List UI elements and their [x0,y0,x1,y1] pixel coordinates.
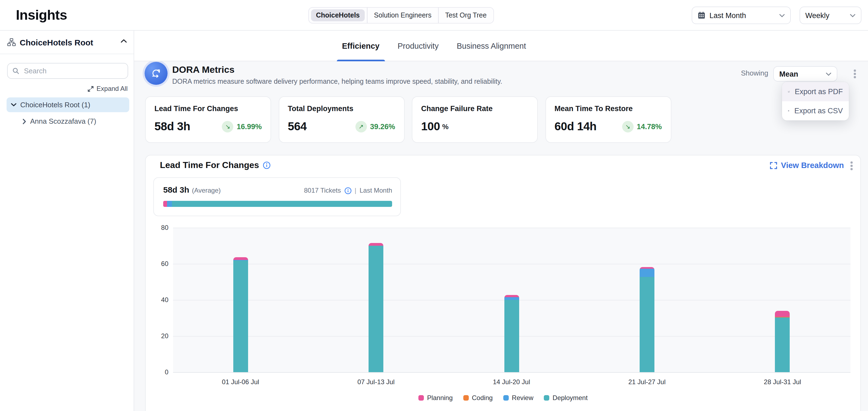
phase-distribution-bar [163,201,392,207]
legend-label: Deployment [553,394,588,402]
phase-segment-review [167,201,172,207]
export-csv-menu-item[interactable]: Export as CSV [782,101,849,121]
calendar-icon [698,11,705,19]
top-header: Insights ChoiceHotels Solution Engineers… [0,0,868,31]
legend-label: Planning [427,394,453,402]
table-icon [788,107,789,115]
view-breakdown-button[interactable]: View Breakdown [770,161,844,170]
export-pdf-menu-item[interactable]: Export as PDF [782,82,849,101]
org-chart-icon [7,38,16,46]
tree-item-choicehotels-root[interactable]: ChoiceHotels Root (1) [7,97,129,112]
info-icon[interactable] [344,187,351,194]
trend-badge: ↗ 39.26% [355,121,395,132]
average-value: 58d 3h [163,185,189,194]
dora-metrics-title: DORA Metrics [172,65,235,75]
tab-business-alignment[interactable]: Business Alignment [457,31,526,61]
page-title: Insights [16,7,67,23]
x-axis-label: 21 Jul-27 Jul [606,378,688,385]
y-axis-tick: 0 [150,368,168,376]
granularity-select[interactable]: Weekly [799,7,861,24]
trend-down-icon: ↘ [622,121,633,132]
search-input[interactable] [23,66,123,75]
y-axis-tick: 80 [150,224,168,232]
chevron-down-icon [850,13,855,17]
bar-segment-deployment [369,245,383,372]
showing-label: Showing [741,69,768,77]
org-tab-test-org-tree[interactable]: Test Org Tree [438,8,493,23]
x-axis-label: 28 Jul-31 Jul [742,378,824,385]
lead-time-section: Lead Time For Changes View Breakdown 58d… [145,155,861,411]
stacked-bar-21-jul-27-jul[interactable] [640,267,654,372]
org-tab-choicehotels[interactable]: ChoiceHotels [309,8,367,23]
chevron-down-icon [11,103,17,107]
showing-mean-value: Mean [779,70,822,78]
lead-time-more-menu-button[interactable] [847,160,856,172]
metric-value: 100 [421,120,440,133]
bar-segment-planning [369,243,383,246]
sidebar-title: ChoiceHotels Root [20,38,93,47]
date-range-select[interactable]: Last Month [691,7,790,24]
stacked-bar-01-jul-06-jul[interactable] [233,257,248,372]
bar-segment-planning [775,311,790,317]
header-controls: Last Month Weekly [691,7,861,24]
chevron-right-icon [23,118,26,124]
trend-badge: ↘ 16.99% [222,121,262,132]
metric-title: Total Deployments [288,105,395,113]
stacked-bar-14-jul-20-jul[interactable] [504,295,519,372]
period-label: Last Month [360,186,392,194]
tree-item-anna-scozzafava[interactable]: Anna Scozzafava (7) [7,114,129,129]
legend-swatch [418,395,424,401]
legend-item-coding[interactable]: Coding [463,394,493,402]
metric-card-mean-time-to-restore: Mean Time To Restore 60d 14h ↘ 14.78% [545,96,671,143]
stacked-bar-28-jul-31-jul[interactable] [775,311,790,372]
dora-metrics-icon [145,62,167,85]
metric-card-change-failure-rate: Change Failure Rate 100 % [412,96,538,143]
y-axis-tick: 60 [150,260,168,268]
metric-value: 60d 14h [555,120,597,133]
legend-label: Review [512,394,533,402]
bar-segment-planning [233,257,248,260]
legend-item-planning[interactable]: Planning [418,394,453,402]
stacked-bar-07-jul-13-jul[interactable] [369,243,383,372]
dora-metrics-subtitle: DORA metrics measure software delivery p… [172,78,502,85]
chart-line-plus-icon [788,88,790,96]
x-axis-label: 07 Jul-13 Jul [335,378,417,385]
metric-card-total-deployments: Total Deployments 564 ↗ 39.26% [278,96,404,143]
metric-title: Mean Time To Restore [555,105,662,113]
sidebar-search [7,63,128,79]
info-icon[interactable] [263,162,271,169]
metric-title: Lead Time For Changes [154,105,262,113]
date-range-value: Last Month [709,11,775,20]
bar-segment-review [640,269,654,277]
tab-productivity[interactable]: Productivity [398,31,439,61]
x-axis-label: 01 Jul-06 Jul [199,378,281,385]
average-label: (Average) [192,186,221,194]
trend-badge: ↘ 14.78% [622,121,662,132]
org-switcher: ChoiceHotels Solution Engineers Test Org… [308,7,494,24]
chevron-down-icon [779,13,784,17]
fullscreen-corners-icon [770,162,777,169]
legend-swatch [544,395,549,401]
chart-legend: PlanningCodingReviewDeployment [146,394,860,402]
legend-swatch [503,395,508,401]
legend-item-deployment[interactable]: Deployment [544,394,588,402]
showing-mean-select[interactable]: Mean [773,66,837,81]
bar-segment-deployment [233,261,248,372]
metric-value: 58d 3h [154,120,190,133]
legend-label: Coding [472,394,493,402]
metric-value: 564 [288,120,307,133]
collapse-chevron-up-icon[interactable] [121,39,127,43]
sidebar-header: ChoiceHotels Root [0,31,134,54]
efficiency-panel: DORA Metrics DORA metrics measure softwa… [134,61,868,411]
phase-segment-planning [163,201,167,207]
chevron-down-icon [826,72,831,76]
tab-efficiency[interactable]: Efficiency [342,31,379,61]
lead-time-title: Lead Time For Changes [160,160,271,170]
dora-more-menu-button[interactable] [850,68,859,80]
lead-time-chart: 02040608001 Jul-06 Jul07 Jul-13 Jul14 Ju… [173,228,850,372]
org-tab-solution-engineers[interactable]: Solution Engineers [367,8,438,23]
bar-segment-planning [504,295,519,298]
metric-title: Change Failure Rate [421,105,528,113]
legend-item-review[interactable]: Review [503,394,533,402]
expand-all-button[interactable]: Expand All [88,85,128,93]
